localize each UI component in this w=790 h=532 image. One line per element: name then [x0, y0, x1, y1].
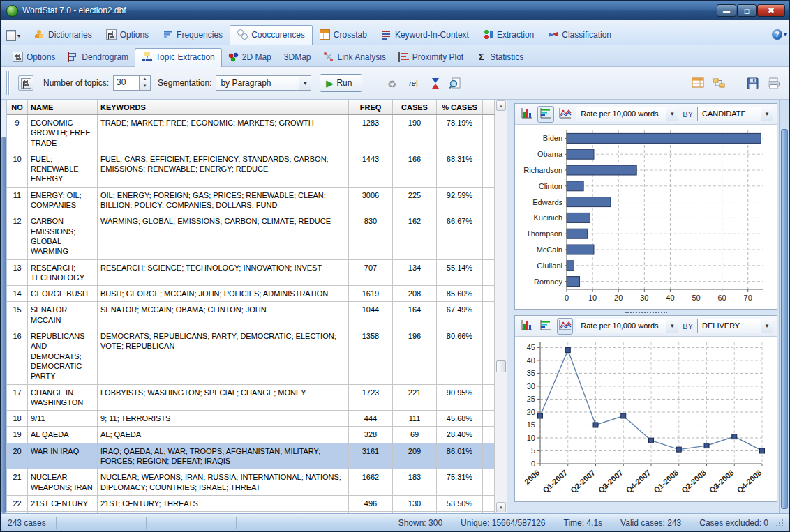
- tab-extraction[interactable]: Extraction: [476, 26, 541, 45]
- table-scrollbar[interactable]: [495, 100, 507, 513]
- subtab-statistics[interactable]: Statistics: [470, 49, 530, 66]
- cell-pct: 80.66%: [437, 328, 483, 383]
- right-scrollbar[interactable]: [779, 100, 789, 513]
- spin-up-icon[interactable]: ▲: [140, 76, 150, 83]
- tab-frequencies[interactable]: Frequencies: [156, 26, 230, 45]
- metric-dropdown[interactable]: Rate per 10,000 words▼: [576, 107, 678, 121]
- column-header-freq[interactable]: FREQ: [349, 100, 393, 114]
- main-content: NONAMEKEYWORDSFREQCASES% CASES 9ECONOMIC…: [1, 100, 789, 513]
- scroll-down-icon[interactable]: [496, 502, 506, 512]
- tab-options[interactable]: Options: [99, 26, 156, 45]
- left-scrollbar[interactable]: [1, 100, 7, 513]
- subtab-link-analysis[interactable]: Link Analysis: [317, 49, 392, 66]
- save-icon: [747, 77, 759, 89]
- scroll-up-icon[interactable]: [496, 100, 506, 111]
- tab-cooccurences[interactable]: Cooccurences: [230, 25, 313, 45]
- cell-no: 19: [7, 427, 28, 442]
- svg-text:Q2-2007: Q2-2007: [569, 469, 597, 495]
- merge-topics-button[interactable]: [426, 75, 442, 91]
- vertical-bar-chart-button[interactable]: [519, 318, 535, 335]
- segmentation-dropdown[interactable]: by Paragraph ▼: [216, 75, 311, 91]
- tab-dictionaries[interactable]: Dictionaries: [27, 26, 99, 45]
- right-scrollbar-thumb[interactable]: [781, 129, 788, 510]
- table-row[interactable]: 11ENERGY; OIL; COMPANIESOIL; ENERGY; FOR…: [7, 188, 495, 214]
- print-button[interactable]: [766, 75, 781, 91]
- tab-crosstab[interactable]: Crosstab: [313, 26, 374, 45]
- minimize-button[interactable]: ▬: [717, 4, 736, 17]
- resize-grip[interactable]: [775, 519, 784, 527]
- table-row[interactable]: 15SENATOR MCCAINSENATOR; MCCAIN; OBAMA; …: [7, 302, 495, 328]
- file-menu-button[interactable]: ▾: [6, 30, 20, 41]
- line-chart-button[interactable]: [557, 318, 573, 335]
- topic-settings-button[interactable]: [18, 75, 33, 91]
- export-tree-button[interactable]: [711, 75, 726, 91]
- column-header-name[interactable]: NAME: [28, 100, 98, 114]
- line-chart-button[interactable]: [557, 106, 573, 123]
- table-row[interactable]: 2221ST CENTURY21ST; CENTURY; THREATS4961…: [7, 496, 495, 512]
- search-topic-button[interactable]: [447, 75, 463, 91]
- cell-pct: 66.67%: [437, 213, 483, 259]
- column-header-cases[interactable]: CASES: [393, 100, 437, 114]
- subtab-topic-extraction[interactable]: Topic Extraction: [135, 48, 222, 67]
- table-row[interactable]: 14GEORGE BUSHBUSH; GEORGE; MCCAIN; JOHN;…: [7, 286, 495, 302]
- table-row[interactable]: 20WAR IN IRAQIRAQ; QAEDA; AL; WAR; TROOP…: [7, 443, 495, 470]
- group-by-dropdown[interactable]: CANDIDATE▼: [697, 107, 773, 121]
- cell-no: 16: [7, 328, 28, 383]
- cell-freq: 1358: [349, 328, 393, 383]
- rename-topic-button[interactable]: re|: [405, 75, 421, 91]
- group-by-dropdown[interactable]: DELIVERY▼: [697, 319, 773, 333]
- maximize-button[interactable]: ◻: [737, 4, 757, 17]
- prox-icon: [398, 52, 409, 62]
- table-row[interactable]: 19AL QAEDAAL; QAEDA3286928.40%: [7, 427, 495, 443]
- left-scrollbar-thumb[interactable]: [1, 137, 6, 513]
- run-button[interactable]: ▶ Run: [320, 74, 362, 92]
- status-item: Cases excluded: 0: [699, 518, 768, 528]
- cell-name: CHANGE IN WASHINGTON: [28, 385, 98, 411]
- chart-splitter[interactable]: [514, 310, 777, 315]
- topics-spin-buttons[interactable]: ▲▼: [140, 75, 151, 91]
- table-row[interactable]: 21NUCLEAR WEAPONS; IRANNUCLEAR; WEAPONS;…: [7, 469, 495, 496]
- subtab-3dmap[interactable]: 3DMap: [278, 50, 318, 66]
- cell-freq: 1619: [349, 286, 393, 301]
- table-scrollbar-thumb[interactable]: [496, 360, 506, 372]
- tab-label: Frequencies: [177, 30, 223, 40]
- svg-text:10: 10: [588, 294, 597, 302]
- horizontal-bar-chart-button[interactable]: [537, 106, 553, 123]
- table-row[interactable]: 23NEW YORKYORK; NEW; CITY; FACE178922893…: [7, 512, 495, 513]
- app-icon: [6, 5, 18, 17]
- horizontal-bar-chart-button[interactable]: [537, 318, 553, 335]
- column-header-keywords[interactable]: KEYWORDS: [98, 100, 349, 114]
- subtab-options[interactable]: Options: [6, 49, 61, 66]
- metric-dropdown[interactable]: Rate per 10,000 words▼: [576, 319, 678, 333]
- export-table-button[interactable]: [690, 75, 706, 91]
- panel-splitter[interactable]: [507, 100, 513, 513]
- cell-keywords: YORK; NEW; CITY; FACE: [98, 512, 349, 513]
- extract-icon: [483, 29, 493, 40]
- vertical-bar-chart-button[interactable]: [519, 106, 535, 123]
- svg-text:5: 5: [531, 446, 535, 455]
- table-row[interactable]: 12CARBON EMISSIONS; GLOBAL WARMINGWARMIN…: [7, 213, 495, 259]
- save-button[interactable]: [745, 75, 760, 91]
- column-header--cases[interactable]: % CASES: [437, 100, 483, 114]
- cell-pct: 45.68%: [437, 411, 483, 426]
- table-row[interactable]: 16REPUBLICANS AND DEMOCRATS; DEMOCRATIC …: [7, 328, 495, 384]
- tab-classification[interactable]: Classification: [541, 26, 618, 45]
- table-row[interactable]: 9ECONOMIC GROWTH; FREE TRADETRADE; MARKE…: [7, 115, 495, 151]
- delete-topic-button[interactable]: ♻: [385, 75, 400, 91]
- table-row[interactable]: 13RESEARCH; TECHNOLOGYRESEARCH; SCIENCE;…: [7, 260, 495, 287]
- svg-text:60: 60: [718, 294, 726, 302]
- table-row[interactable]: 10FUEL; RENEWABLE ENERGYFUEL; CARS; EFFI…: [7, 151, 495, 188]
- close-button[interactable]: ✖: [757, 4, 785, 17]
- cell-no: 9: [7, 115, 28, 151]
- table-row[interactable]: 189/119; 11; TERRORISTS44411145.68%: [7, 411, 495, 427]
- spin-down-icon[interactable]: ▼: [140, 83, 150, 90]
- column-header-no[interactable]: NO: [7, 100, 28, 114]
- subtab-proximity-plot[interactable]: Proximity Plot: [392, 49, 470, 66]
- help-button[interactable]: ? ▾: [772, 29, 787, 40]
- subtab-dendrogram[interactable]: Dendrogram: [61, 49, 135, 66]
- table-row[interactable]: 17CHANGE IN WASHINGTONLOBBYISTS; WASHING…: [7, 385, 495, 411]
- subtab-2d-map[interactable]: 2D Map: [222, 49, 278, 66]
- tab-keyword-in-context[interactable]: Keyword-In-Context: [374, 26, 476, 45]
- toolbar-grip[interactable]: [6, 71, 10, 95]
- topics-input[interactable]: 30: [113, 75, 140, 91]
